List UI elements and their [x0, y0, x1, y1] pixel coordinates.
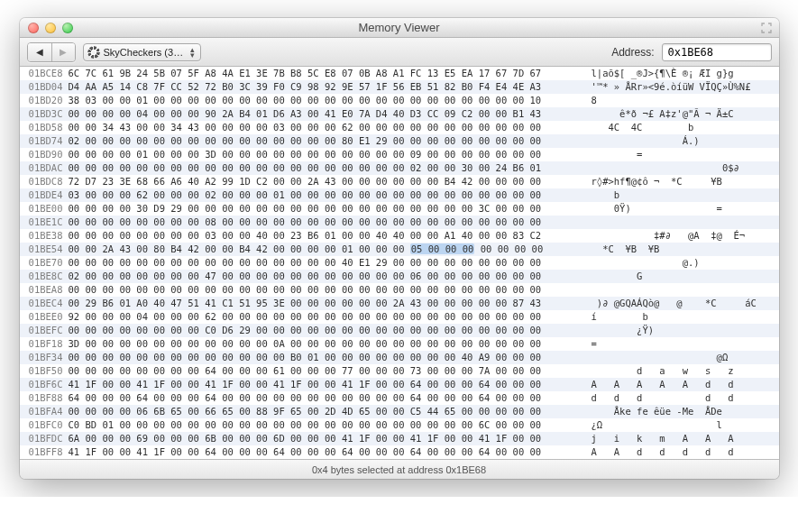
traffic-lights	[20, 23, 73, 33]
offset-col: 01BD20	[20, 94, 67, 107]
offset-col: 01BEA8	[20, 283, 67, 297]
address-input[interactable]	[662, 43, 772, 61]
forward-button[interactable]: ▶	[51, 43, 75, 61]
hex-col[interactable]: 64 00 00 00 64 00 00 00 64 00 00 00 00 0…	[67, 391, 586, 405]
hex-row[interactable]: 01BD5800 00 34 43 00 00 34 43 00 00 00 0…	[20, 121, 779, 134]
ascii-col: 0$∂	[586, 161, 779, 175]
hex-row[interactable]: 01BEC400 29 B6 01 A0 40 47 51 41 C1 51 9…	[20, 297, 779, 310]
ascii-col: b	[586, 188, 779, 202]
hex-col[interactable]: 38 03 00 00 01 00 00 00 00 00 00 00 00 0…	[67, 94, 586, 107]
minimize-button[interactable]	[45, 23, 56, 33]
hex-row[interactable]: 01BD3C00 00 00 00 04 00 00 00 90 2A B4 0…	[20, 107, 779, 121]
ascii-col: Åke fe êüe -Me ÅDe	[586, 405, 779, 418]
hex-col[interactable]: 00 00 00 00 30 D9 29 00 00 00 00 00 00 0…	[67, 202, 586, 216]
hex-col[interactable]: 00 00 00 00 00 00 00 00 03 00 00 40 00 2…	[67, 229, 586, 243]
hex-row[interactable]: 01BF8864 00 00 00 64 00 00 00 64 00 00 0…	[20, 391, 779, 405]
selection[interactable]: 05 00 00 00	[410, 243, 475, 254]
fullscreen-icon[interactable]	[761, 23, 772, 33]
hex-row[interactable]: 01BF3400 00 00 00 00 00 00 00 00 00 00 0…	[20, 351, 779, 364]
hex-col[interactable]: 00 00 00 00 04 00 00 00 90 2A B4 01 D6 A…	[67, 107, 586, 121]
hex-col[interactable]: 6A 00 00 00 69 00 00 00 6B 00 00 00 6D 0…	[67, 432, 586, 445]
zoom-button[interactable]	[62, 23, 73, 33]
hex-col[interactable]: 02 00 00 00 00 00 00 00 47 00 00 00 00 0…	[67, 270, 586, 283]
hex-col[interactable]: 72 D7 23 3E 68 66 A6 40 A2 99 1D C2 00 0…	[67, 175, 586, 188]
address-label: Address:	[611, 46, 654, 59]
ascii-col: 0Ÿ) =	[586, 202, 779, 216]
hex-row[interactable]: 01BF6C41 1F 00 00 41 1F 00 00 41 1F 00 0…	[20, 378, 779, 391]
hex-col[interactable]: D4 AA A5 14 C8 7F CC 52 72 B0 3C 39 F0 C…	[67, 80, 586, 94]
hex-col[interactable]: 00 00 00 00 00 00 00 00 C0 D6 29 00 00 0…	[67, 324, 586, 337]
window-title: Memory Viewer	[20, 21, 779, 34]
offset-col: 01BF50	[20, 364, 67, 378]
hex-row[interactable]: 01BD04D4 AA A5 14 C8 7F CC 52 72 B0 3C 3…	[20, 80, 779, 94]
hex-row[interactable]: 01BFA400 00 00 00 06 6B 65 00 66 65 00 8…	[20, 405, 779, 418]
offset-col: 01BE54	[20, 243, 67, 256]
offset-col: 01BDAC	[20, 161, 67, 175]
close-button[interactable]	[28, 23, 39, 33]
ascii-col: Á.)	[586, 134, 779, 148]
hex-row[interactable]: 01BE0000 00 00 00 30 D9 29 00 00 00 00 0…	[20, 202, 779, 216]
hex-row[interactable]: 01BEFC00 00 00 00 00 00 00 00 C0 D6 29 0…	[20, 324, 779, 337]
hex-row[interactable]: 01BEA800 00 00 00 00 00 00 00 00 00 00 0…	[20, 283, 779, 297]
hex-row[interactable]: 01BDAC00 00 00 00 00 00 00 00 00 00 00 0…	[20, 161, 779, 175]
ascii-col: d a w s z	[586, 364, 779, 378]
hex-row[interactable]: 01BFC0C0 BD 01 00 00 00 00 00 00 00 00 0…	[20, 418, 779, 432]
hex-row[interactable]: 01BF5000 00 00 00 00 00 00 00 64 00 00 0…	[20, 364, 779, 378]
hex-col[interactable]: 92 00 00 00 04 00 00 00 62 00 00 00 00 0…	[67, 310, 586, 324]
hex-col[interactable]: C0 BD 01 00 00 00 00 00 00 00 00 00 00 0…	[67, 418, 586, 432]
hex-row[interactable]: 01BF183D 00 00 00 00 00 00 00 00 00 00 0…	[20, 337, 779, 351]
gear-icon	[87, 46, 100, 59]
process-dropdown[interactable]: SkyCheckers (3… ▴▾	[83, 43, 202, 61]
status-bar: 0x4 bytes selected at address 0x1BE68	[20, 459, 779, 479]
hex-row[interactable]: 01BE7000 00 00 00 00 00 00 00 00 00 00 0…	[20, 256, 779, 270]
hex-col[interactable]: 41 1F 00 00 41 1F 00 00 41 1F 00 00 41 1…	[67, 378, 586, 391]
hex-col[interactable]: 02 00 00 00 00 00 00 00 00 00 00 00 00 0…	[67, 134, 586, 148]
hex-col[interactable]: 41 1F 00 00 41 1F 00 00 64 00 00 00 64 0…	[67, 445, 586, 459]
hex-row[interactable]: 01BFF841 1F 00 00 41 1F 00 00 64 00 00 0…	[20, 445, 779, 459]
ascii-col: ¿Ω l	[586, 418, 779, 432]
hex-col[interactable]: 00 00 00 00 00 00 00 00 00 00 00 00 00 B…	[67, 351, 586, 364]
ascii-col: *C ¥B ¥B	[586, 243, 779, 256]
hex-row[interactable]: 01BCE86C 7C 61 9B 24 5B 07 5F A8 4A E1 3…	[20, 67, 779, 80]
offset-col: 01BFF8	[20, 445, 67, 459]
ascii-col: A A A A A d d	[586, 378, 779, 391]
hex-view[interactable]: 01BCE86C 7C 61 9B 24 5B 07 5F A8 4A E1 3…	[20, 67, 779, 459]
hex-row[interactable]: 01BEE092 00 00 00 04 00 00 00 62 00 00 0…	[20, 310, 779, 324]
ascii-col: G	[586, 270, 779, 283]
hex-col[interactable]: 00 00 00 00 06 6B 65 00 66 65 00 88 9F 6…	[67, 405, 586, 418]
hex-col[interactable]: 00 00 34 43 00 00 34 43 00 00 00 00 03 0…	[67, 121, 586, 134]
hex-col[interactable]: 3D 00 00 00 00 00 00 00 00 00 00 00 0A 0…	[67, 337, 586, 351]
hex-row[interactable]: 01BDE403 00 00 00 62 00 00 00 02 00 00 0…	[20, 188, 779, 202]
offset-col: 01BE00	[20, 202, 67, 216]
hex-row[interactable]: 01BE8C02 00 00 00 00 00 00 00 47 00 00 0…	[20, 270, 779, 283]
offset-col: 01BF34	[20, 351, 67, 364]
hex-row[interactable]: 01BE1C00 00 00 00 00 00 00 00 08 00 00 0…	[20, 216, 779, 229]
hex-col[interactable]: 00 00 00 00 00 00 00 00 00 00 00 00 00 0…	[67, 283, 586, 297]
hex-col[interactable]: 00 00 00 00 00 00 00 00 64 00 00 00 61 0…	[67, 364, 586, 378]
hex-col[interactable]: 00 00 00 00 00 00 00 00 00 00 00 00 00 0…	[67, 161, 586, 175]
ascii-col: r◊#>hf¶@¢ô ¬ *C ¥B	[586, 175, 779, 188]
hex-row[interactable]: 01BFDC6A 00 00 00 69 00 00 00 6B 00 00 0…	[20, 432, 779, 445]
hex-col[interactable]: 00 00 2A 43 00 80 B4 42 00 00 B4 42 00 0…	[67, 243, 586, 256]
hex-row[interactable]: 01BE3800 00 00 00 00 00 00 00 03 00 00 4…	[20, 229, 779, 243]
offset-col: 01BE8C	[20, 270, 67, 283]
hex-col[interactable]: 00 00 00 00 00 00 00 00 00 00 00 00 00 0…	[67, 256, 586, 270]
ascii-col: ¿Ÿ)	[586, 324, 779, 337]
back-button[interactable]: ◀	[28, 43, 51, 61]
ascii-col: =	[586, 337, 779, 351]
hex-row[interactable]: 01BDC872 D7 23 3E 68 66 A6 40 A2 99 1D C…	[20, 175, 779, 188]
hex-row[interactable]: 01BD7402 00 00 00 00 00 00 00 00 00 00 0…	[20, 134, 779, 148]
hex-col[interactable]: 00 00 00 00 00 00 00 00 08 00 00 00 00 0…	[67, 216, 586, 229]
ascii-col: d d d d d	[586, 391, 779, 405]
hex-col[interactable]: 00 29 B6 01 A0 40 47 51 41 C1 51 95 3E 0…	[67, 297, 586, 310]
ascii-col: @.)	[586, 256, 779, 270]
status-text: 0x4 bytes selected at address 0x1BE68	[312, 464, 486, 475]
hex-row[interactable]: 01BE5400 00 2A 43 00 80 B4 42 00 00 B4 4…	[20, 243, 779, 256]
hex-col[interactable]: 00 00 00 00 01 00 00 00 3D 00 00 00 00 0…	[67, 148, 586, 161]
hex-col[interactable]: 6C 7C 61 9B 24 5B 07 5F A8 4A E1 3E 7B B…	[67, 67, 586, 80]
hex-col[interactable]: 03 00 00 00 62 00 00 00 02 00 00 00 01 0…	[67, 188, 586, 202]
offset-col: 01BD04	[20, 80, 67, 94]
hex-row[interactable]: 01BD2038 03 00 00 01 00 00 00 00 00 00 0…	[20, 94, 779, 107]
ascii-col: 4C 4C b	[586, 121, 779, 134]
hex-row[interactable]: 01BD9000 00 00 00 01 00 00 00 3D 00 00 0…	[20, 148, 779, 161]
